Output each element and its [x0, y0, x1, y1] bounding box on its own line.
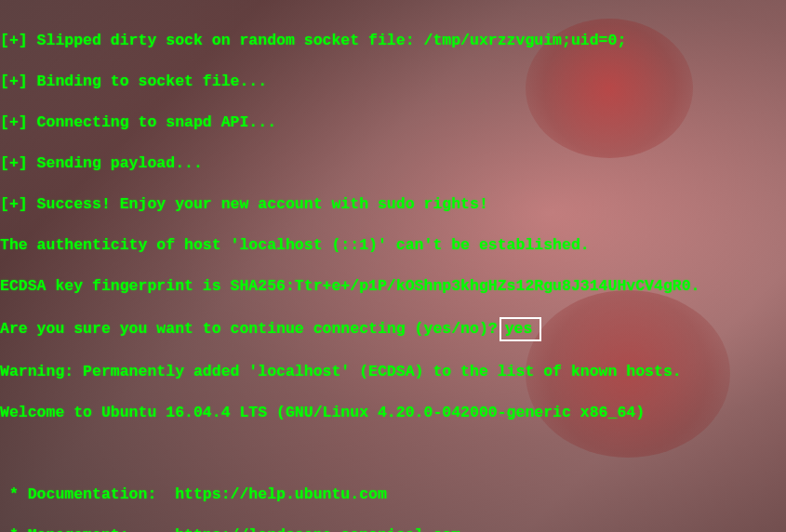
terminal-output: [+] Slipped dirty sock on random socket … — [0, 0, 786, 532]
management-link-line: * Management: https://landscape.canonica… — [0, 525, 786, 532]
log-line: [+] Success! Enjoy your new account with… — [0, 194, 786, 215]
ssh-continue-prompt: Are you sure you want to continue connec… — [0, 320, 498, 338]
ssh-fingerprint-line: ECDSA key fingerprint is SHA256:Ttr+e+/p… — [0, 276, 786, 297]
log-line: [+] Binding to socket file... — [0, 72, 786, 92]
ssh-auth-line: The authenticity of host 'localhost (::1… — [0, 235, 786, 256]
blank-line — [0, 444, 786, 464]
docs-link-line: * Documentation: https://help.ubuntu.com — [0, 485, 786, 505]
ssh-warning-line: Warning: Permanently added 'localhost' (… — [0, 362, 786, 382]
ssh-prompt-input[interactable]: yes — [500, 317, 542, 341]
log-line: [+] Sending payload... — [0, 153, 786, 174]
welcome-line: Welcome to Ubuntu 16.04.4 LTS (GNU/Linux… — [0, 403, 786, 423]
ssh-prompt-line: Are you sure you want to continue connec… — [0, 317, 786, 341]
log-line: [+] Connecting to snapd API... — [0, 113, 786, 133]
log-line: [+] Slipped dirty sock on random socket … — [0, 31, 786, 51]
